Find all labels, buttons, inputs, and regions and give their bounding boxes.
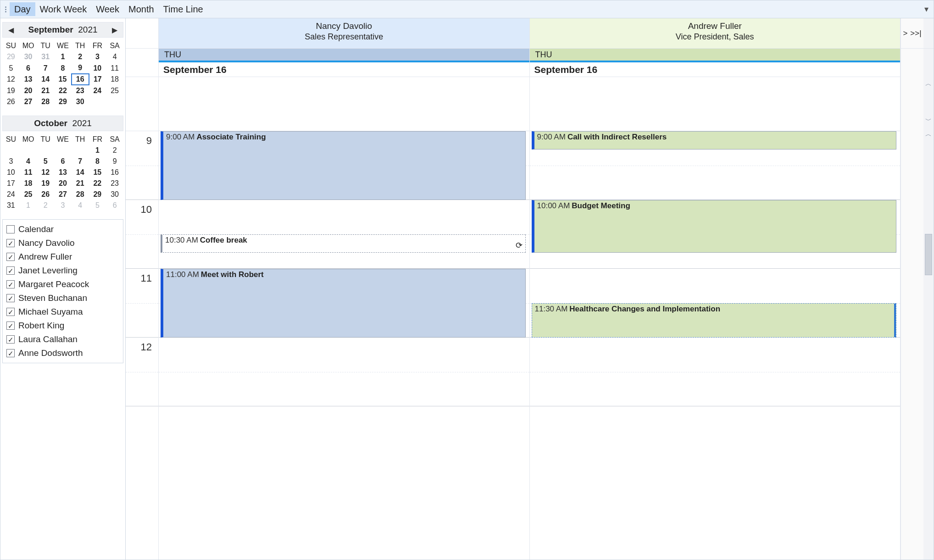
view-tab-month[interactable]: Month [124, 2, 159, 16]
calendar-day-cell[interactable]: 30 [72, 96, 89, 107]
appointment[interactable]: 10:30 AMCoffee break⟳ [161, 234, 526, 253]
calendar-day-cell[interactable]: 7 [37, 62, 54, 74]
calendar-day-cell[interactable]: 30 [20, 51, 37, 62]
checkbox-icon[interactable]: ✓ [6, 308, 15, 316]
resource-checkbox-item[interactable]: ✓Margaret Peacock [6, 277, 119, 291]
calendar-day-cell[interactable]: 23 [72, 85, 89, 96]
calendar-day-cell[interactable]: 24 [89, 85, 106, 96]
view-tab-time-line[interactable]: Time Line [159, 2, 208, 16]
calendar-day-cell[interactable]: 15 [89, 167, 106, 178]
calendar-day-cell[interactable]: 4 [20, 156, 37, 167]
calendar-day-cell[interactable]: 20 [20, 85, 37, 96]
calendar-day-cell[interactable]: 19 [2, 85, 20, 96]
calendar-day-cell[interactable]: 9 [72, 62, 89, 74]
calendar-day-cell[interactable]: 10 [89, 62, 106, 74]
calendar-day-cell[interactable]: 1 [54, 51, 72, 62]
calendar-day-cell[interactable]: 12 [2, 74, 20, 85]
prev-month-button[interactable]: ◀ [5, 24, 17, 36]
view-tab-work-week[interactable]: Work Week [35, 2, 92, 16]
calendar-day-cell[interactable]: 12 [37, 167, 54, 178]
time-grid[interactable]: 9:00 AMAssociate Training10:30 AMCoffee … [159, 131, 529, 406]
calendar-day-cell[interactable]: 13 [20, 74, 37, 85]
resource-checkbox-item[interactable]: ✓Janet Leverling [6, 264, 119, 277]
hour-row[interactable]: 9 [126, 131, 158, 200]
scroll-down-icon[interactable]: ﹀ [923, 114, 934, 128]
calendar-day-cell[interactable]: 23 [106, 178, 123, 189]
calendar-day-cell[interactable]: 25 [20, 189, 37, 200]
calendar-day-cell[interactable]: 5 [89, 200, 106, 211]
calendar-day-cell[interactable]: 22 [54, 85, 72, 96]
view-tab-week[interactable]: Week [91, 2, 124, 16]
calendar-day-cell[interactable]: 8 [89, 156, 106, 167]
calendar-day-cell[interactable]: 26 [37, 189, 54, 200]
checkbox-icon[interactable]: ✓ [6, 266, 15, 275]
hour-row[interactable] [159, 338, 529, 406]
calendar-day-cell[interactable]: 11 [20, 167, 37, 178]
calendar-day-cell[interactable]: 20 [54, 178, 72, 189]
resource-checkbox-item[interactable]: ✓Robert King [6, 319, 119, 333]
calendar-day-cell[interactable]: 5 [2, 62, 20, 74]
allday-zone[interactable] [159, 77, 529, 131]
calendar-day-cell[interactable]: 8 [54, 62, 72, 74]
resource-checkbox-item[interactable]: ✓Laura Callahan [6, 333, 119, 346]
last-resource-button[interactable]: >>| [910, 29, 921, 38]
calendar-day-cell[interactable]: 18 [20, 178, 37, 189]
calendar-day-cell[interactable]: 3 [89, 51, 106, 62]
next-resource-button[interactable]: > [903, 29, 907, 38]
resource-checkbox-item[interactable]: ✓Andrew Fuller [6, 250, 119, 264]
calendar-day-cell[interactable]: 31 [2, 200, 20, 211]
hour-row[interactable]: 11 [126, 269, 158, 338]
toolbar-grip-icon[interactable] [3, 6, 8, 12]
toolbar-overflow-button[interactable]: ▾ [922, 4, 931, 14]
checkbox-icon[interactable] [6, 225, 15, 233]
calendar-day-cell[interactable]: 30 [106, 189, 123, 200]
calendar-day-cell[interactable]: 16 [106, 167, 123, 178]
hour-row[interactable] [530, 338, 901, 406]
calendar-day-cell[interactable]: 25 [106, 85, 123, 96]
calendar-day-cell[interactable]: 15 [54, 74, 72, 85]
calendar-day-cell[interactable]: 27 [20, 96, 37, 107]
resource-checkbox-item[interactable]: Calendar [6, 222, 119, 236]
scroll-up-icon[interactable]: ︿ [923, 77, 934, 91]
scroll-thumb[interactable] [925, 234, 932, 275]
calendar-day-cell[interactable]: 3 [54, 200, 72, 211]
calendar-day-cell[interactable]: 2 [106, 145, 123, 156]
vertical-scrollbar[interactable]: ︿ ﹀ ︿ [923, 18, 934, 560]
resize-handle-icon[interactable] [894, 304, 896, 337]
calendar-day-cell[interactable]: 21 [37, 85, 54, 96]
calendar-day-cell[interactable]: 6 [106, 200, 123, 211]
calendar-day-cell[interactable]: 21 [72, 178, 89, 189]
calendar-day-cell[interactable]: 17 [2, 178, 20, 189]
calendar-day-cell[interactable]: 4 [106, 51, 123, 62]
hour-row[interactable]: 10 [126, 200, 158, 269]
next-month-button[interactable]: ▶ [108, 24, 121, 36]
checkbox-icon[interactable]: ✓ [6, 349, 15, 357]
calendar-day-cell[interactable]: 4 [72, 200, 89, 211]
view-tab-day[interactable]: Day [10, 2, 35, 16]
calendar-day-cell[interactable]: 28 [72, 189, 89, 200]
calendar-day-cell[interactable]: 29 [89, 189, 106, 200]
calendar-day-cell[interactable]: 18 [106, 74, 123, 85]
appointment[interactable]: 9:00 AMAssociate Training [161, 131, 526, 200]
calendar-day-cell[interactable]: 27 [54, 189, 72, 200]
checkbox-icon[interactable]: ✓ [6, 335, 15, 344]
resource-checkbox-item[interactable]: ✓Steven Buchanan [6, 291, 119, 305]
scroll-up-inner-icon[interactable]: ︿ [923, 128, 934, 141]
allday-zone[interactable] [530, 77, 901, 131]
calendar-day-cell[interactable]: 7 [72, 156, 89, 167]
calendar-day-cell[interactable]: 22 [89, 178, 106, 189]
time-grid[interactable]: 9:00 AMCall with Indirect Resellers10:00… [530, 131, 901, 406]
resource-header-nancy[interactable]: Nancy Davolio Sales Representative [159, 18, 529, 49]
calendar-day-cell[interactable]: 10 [2, 167, 20, 178]
calendar-day-cell[interactable]: 29 [54, 96, 72, 107]
resource-checkbox-item[interactable]: ✓Anne Dodsworth [6, 346, 119, 360]
calendar-day-cell[interactable]: 1 [20, 200, 37, 211]
calendar-day-cell[interactable]: 19 [37, 178, 54, 189]
appointment[interactable]: 11:30 AMHealthcare Changes and Implement… [532, 303, 897, 338]
calendar-day-cell[interactable]: 1 [89, 145, 106, 156]
calendar-day-cell[interactable]: 2 [72, 51, 89, 62]
calendar-day-cell[interactable]: 6 [54, 156, 72, 167]
calendar-day-cell[interactable]: 29 [2, 51, 20, 62]
calendar-day-cell[interactable]: 24 [2, 189, 20, 200]
calendar-day-cell[interactable]: 5 [37, 156, 54, 167]
